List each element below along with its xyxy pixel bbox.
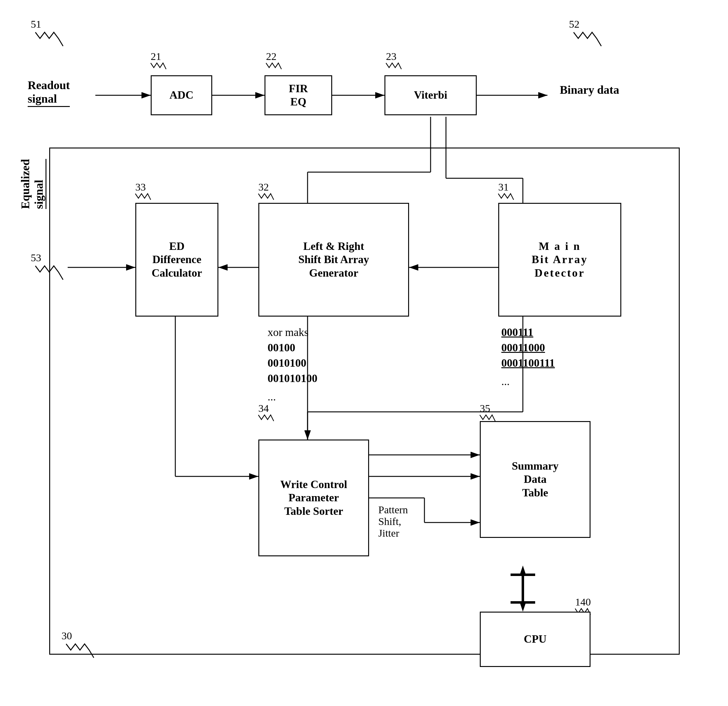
zigzag-23 <box>384 62 403 74</box>
readout-signal-label: Readoutsignal <box>28 78 70 107</box>
ref-52: 52 <box>569 19 579 30</box>
mask3-label: 001010100 <box>267 372 318 385</box>
binary-data-label: Binary data <box>560 83 619 97</box>
fir-eq-label: FIREQ <box>289 82 308 108</box>
pattern-shift-label: PatternShift,Jitter <box>378 504 408 539</box>
mask1-label: 00100 <box>267 341 295 354</box>
zigzag-52 <box>568 29 604 54</box>
write-ctrl-label: Write ControlParameterTable Sorter <box>280 478 347 518</box>
cpu-label: CPU <box>524 633 546 646</box>
summary-label: SummaryDataTable <box>512 460 559 500</box>
bit-pattern2: 00011000 <box>501 341 545 354</box>
bit-pattern1: 000111 <box>501 326 533 339</box>
ref-22: 22 <box>266 51 276 62</box>
ed-diff-label: EDDifferenceCalculator <box>152 240 202 280</box>
zigzag-51 <box>29 29 66 54</box>
zigzag-22 <box>264 62 283 74</box>
main-bit-box: M a i nBit ArrayDetector <box>498 203 621 317</box>
cpu-box: CPU <box>480 612 591 667</box>
ed-diff-box: EDDifferenceCalculator <box>135 203 218 317</box>
main-bit-label: M a i nBit ArrayDetector <box>532 240 588 280</box>
bit-pattern3: 0001100111 <box>501 357 555 369</box>
shift-gen-label: Left & RightShift Bit ArrayGenerator <box>298 240 369 280</box>
mask2-label: 0010100 <box>267 357 306 369</box>
shift-gen-box: Left & RightShift Bit ArrayGenerator <box>259 203 409 317</box>
ref-21: 21 <box>151 51 161 62</box>
zigzag-21 <box>149 62 168 74</box>
ref-23: 23 <box>386 51 396 62</box>
viterbi-box: Viterbi <box>384 75 477 115</box>
equalized-signal-label: Equalizedsignal <box>19 159 46 209</box>
ellipsis2-label: ... <box>501 375 510 388</box>
ref-51: 51 <box>31 19 41 30</box>
write-ctrl-box: Write ControlParameterTable Sorter <box>259 439 369 556</box>
viterbi-label: Viterbi <box>414 88 448 102</box>
xor-masks-label: xor maks <box>267 326 309 339</box>
ref-53: 53 <box>31 252 41 264</box>
diagram: 51 52 53 30 Readoutsignal Binary data Eq… <box>0 0 728 706</box>
adc-label: ADC <box>169 88 194 102</box>
ellipsis1-label: ... <box>267 390 276 403</box>
fir-eq-box: FIREQ <box>264 75 332 115</box>
summary-box: SummaryDataTable <box>480 421 591 538</box>
adc-box: ADC <box>151 75 212 115</box>
